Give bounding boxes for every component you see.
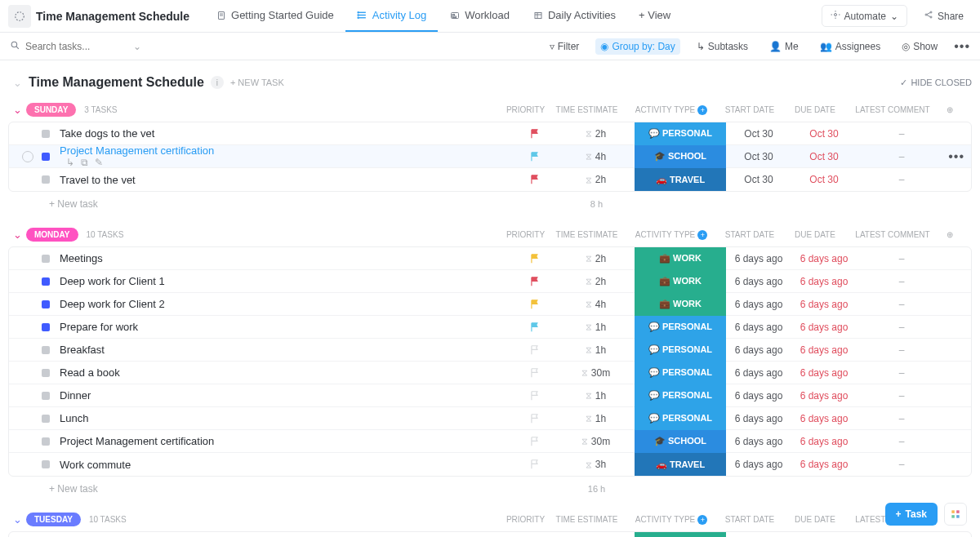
collapse-icon[interactable]: ⌄ [13,77,22,89]
task-name[interactable]: Meetings [60,252,512,264]
type-cell[interactable]: 💼 WORK [635,270,726,293]
comment-cell[interactable]: – [857,253,947,264]
day-pill[interactable]: SUNDAY [26,103,76,117]
tab-workload[interactable]: Workload [438,0,521,32]
type-cell[interactable]: 💬 PERSONAL [635,407,726,430]
apps-button[interactable] [944,503,967,526]
activity-type-badge[interactable]: 💬 PERSONAL [635,384,726,407]
priority-cell[interactable] [512,299,557,310]
comment-cell[interactable]: – [857,322,947,333]
hide-closed-button[interactable]: ✓HIDE CLOSED [900,78,972,88]
due-date-cell[interactable]: Oct 30 [791,174,857,185]
due-date-cell[interactable]: 6 days ago [791,390,857,402]
task-name[interactable]: Project Management certification [60,435,512,447]
status-square[interactable] [42,415,50,423]
new-task-button[interactable]: +Task [885,503,938,526]
task-name[interactable]: Prepare for work [60,321,512,333]
status-square[interactable] [42,392,50,400]
task-name[interactable]: Take dogs to the vet [60,127,512,140]
task-row[interactable]: Deep work for Client 2 ⧖4h 💼 WORK 6 days… [9,293,971,316]
col-type[interactable]: ACTIVITY TYPE+ [626,105,717,115]
start-date-cell[interactable]: 6 days ago [726,322,791,333]
activity-type-badge[interactable]: 💼 WORK [635,270,726,293]
status-square[interactable] [42,369,50,377]
time-cell[interactable]: ⧖30m [557,436,635,447]
time-cell[interactable]: ⧖3h [557,459,635,470]
task-name[interactable]: Dinner [60,389,512,402]
list-title[interactable]: Time Management Schedule [36,10,189,23]
task-row[interactable]: Prepare for work ⧖1h 💬 PERSONAL 6 days a… [9,316,971,339]
start-date-cell[interactable]: 6 days ago [726,367,791,379]
activity-type-badge[interactable]: 💬 PERSONAL [635,362,726,384]
status-square[interactable] [42,277,50,286]
time-cell[interactable]: ⧖2h [557,174,635,185]
col-priority[interactable]: PRIORITY [503,105,548,115]
priority-cell[interactable] [512,128,557,140]
col-comment[interactable]: LATEST COMMENT [848,230,938,240]
priority-cell[interactable] [512,151,557,162]
task-name[interactable]: Deep work for Client 2 [60,298,512,310]
time-cell[interactable]: ⧖1h [557,344,635,356]
time-cell[interactable]: ⧖1h [557,390,635,402]
due-date-cell[interactable]: 6 days ago [791,322,857,333]
due-date-cell[interactable]: 6 days ago [791,344,857,356]
type-cell[interactable]: 💬 PERSONAL [635,362,726,384]
start-date-cell[interactable]: Oct 30 [726,151,791,162]
start-date-cell[interactable]: 6 days ago [726,459,791,470]
task-name[interactable]: Read a book [60,366,512,379]
col-start[interactable]: START DATE [717,105,782,115]
task-row[interactable]: Read a book ⧖30m 💬 PERSONAL 6 days ago 6… [9,362,971,384]
comment-cell[interactable]: – [857,413,947,424]
col-start[interactable]: START DATE [717,515,782,525]
priority-cell[interactable] [512,253,557,264]
comment-cell[interactable]: – [857,459,947,470]
comment-cell[interactable]: – [857,299,947,310]
comment-cell[interactable]: – [857,174,947,185]
priority-cell[interactable] [512,459,557,470]
col-due[interactable]: DUE DATE [782,515,848,525]
subtasks-button[interactable]: ↳Subtasks [692,38,753,55]
type-cell[interactable]: 💬 PERSONAL [635,339,726,362]
time-cell[interactable]: ⧖2h [557,128,635,140]
start-date-cell[interactable]: 6 days ago [726,390,791,402]
col-comment[interactable]: LATEST COMMENT [848,105,938,115]
task-row[interactable]: Travel to the vet ⧖2h 🚗 TRAVEL Oct 30 Oc… [9,168,971,191]
comment-cell[interactable]: – [857,276,947,287]
show-button[interactable]: ◎Show [897,38,942,55]
status-square[interactable] [42,175,50,184]
task-row[interactable]: Meetings ⧖2h 💼 WORK 6 days ago 6 days ag… [9,247,971,270]
edit-icon[interactable]: ✎ [95,157,103,168]
me-button[interactable]: 👤Me [764,38,804,55]
start-date-cell[interactable]: 6 days ago [726,276,791,287]
comment-cell[interactable]: – [857,436,947,447]
type-cell[interactable]: 💼 WORK [635,247,726,270]
activity-type-badge[interactable]: 💼 WORK [635,293,726,316]
type-cell[interactable]: 💬 PERSONAL [635,384,726,407]
activity-type-badge[interactable]: 💬 PERSONAL [635,122,726,145]
info-icon[interactable]: i [211,76,224,89]
start-date-cell[interactable]: Oct 30 [726,174,791,185]
activity-type-badge[interactable]: 🚗 TRAVEL [635,168,726,191]
tab-activity-log[interactable]: Activity Log [345,0,438,32]
type-cell[interactable]: 🎓 SCHOOL [635,430,726,453]
start-date-cell[interactable]: 6 days ago [726,253,791,264]
due-date-cell[interactable]: 6 days ago [791,276,857,287]
priority-cell[interactable] [512,344,557,356]
priority-cell[interactable] [512,436,557,447]
select-circle[interactable] [22,151,33,162]
tab-daily-activities[interactable]: Daily Activities [521,0,627,32]
start-date-cell[interactable]: 6 days ago [726,413,791,424]
comment-cell[interactable]: – [857,390,947,402]
col-type[interactable]: ACTIVITY TYPE+ [626,515,717,525]
activity-type-badge[interactable]: 🎓 SCHOOL [635,145,726,168]
task-name[interactable]: Travel to the vet [60,174,512,186]
due-date-cell[interactable]: 6 days ago [791,413,857,424]
status-square[interactable] [42,346,50,354]
start-date-cell[interactable]: 6 days ago [726,299,791,310]
time-cell[interactable]: ⧖2h [557,253,635,264]
comment-cell[interactable]: – [857,344,947,356]
new-task-row[interactable]: + New task [8,477,98,495]
col-due[interactable]: DUE DATE [782,105,848,115]
status-square[interactable] [42,323,50,331]
new-task-row[interactable]: + New task [8,192,98,210]
